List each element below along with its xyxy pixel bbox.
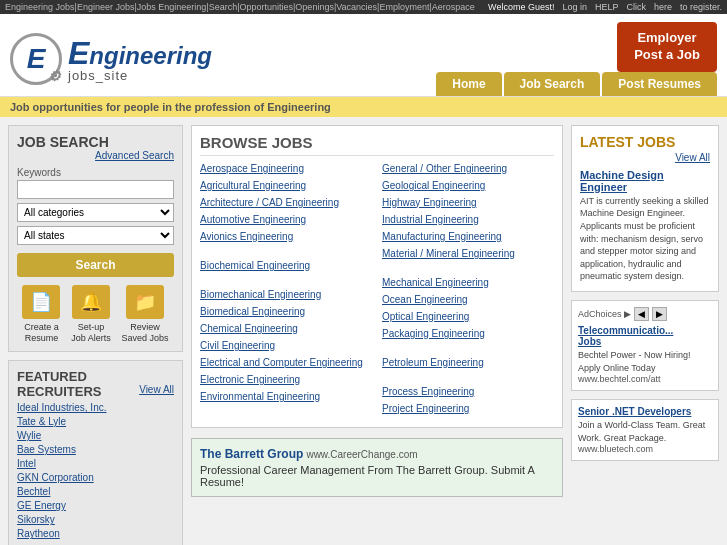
browse-link[interactable]: Biomedical Engineering (200, 305, 372, 319)
browse-link[interactable]: Aerospace Engineering (200, 162, 372, 176)
browse-link[interactable]: General / Other Engineering (382, 162, 554, 176)
review-saved-icon: 📁 (126, 285, 164, 319)
recruiter-item[interactable]: GKN Corporation (17, 472, 174, 483)
logo-name: Engineering (68, 35, 212, 72)
featured-title: FEATURED RECRUITERS (17, 369, 102, 399)
browse-cols: Aerospace Engineering Agricultural Engin… (200, 162, 554, 419)
barrett-desc: Professional Career Management From The … (200, 464, 554, 488)
ad-next-button[interactable]: ▶ (652, 307, 667, 321)
job-title-link[interactable]: Machine Design Engineer (580, 169, 710, 193)
create-resume-label: Create aResume (24, 322, 59, 344)
browse-link[interactable]: Civil Engineering (200, 339, 372, 353)
ad-url-2: www.bluetech.com (578, 444, 712, 454)
state-select[interactable]: All states (17, 226, 174, 245)
ad-prev-button[interactable]: ◀ (634, 307, 649, 321)
browse-link[interactable]: Electrical and Computer Engineering (200, 356, 372, 370)
category-select[interactable]: All categories (17, 203, 174, 222)
review-saved-icon-item[interactable]: 📁 ReviewSaved Jobs (122, 285, 169, 344)
browse-link[interactable]: Material / Mineral Engineering (382, 247, 554, 261)
browse-link[interactable]: Industrial Engineering (382, 213, 554, 227)
browse-link[interactable]: Environmental Engineering (200, 390, 372, 404)
header: E ⚙ Engineering jobs_site Employer Post … (0, 14, 727, 96)
recruiter-item[interactable]: Intel (17, 458, 174, 469)
recruiter-item[interactable]: Bae Systems (17, 444, 174, 455)
nav-job-search[interactable]: Job Search (504, 72, 601, 96)
setup-alerts-icon-item[interactable]: 🔔 Set-upJob Alerts (71, 285, 111, 344)
browse-link[interactable]: Geological Engineering (382, 179, 554, 193)
ad-company-1[interactable]: Telecommunicatio...Jobs (578, 325, 712, 347)
latest-jobs-title: LATEST JOBS (580, 134, 675, 150)
logo-text-area: Engineering jobs_site (68, 35, 212, 83)
nav-post-resumes[interactable]: Post Resumes (602, 72, 717, 96)
browse-link[interactable]: Highway Engineering (382, 196, 554, 210)
browse-link[interactable]: Manufacturing Engineering (382, 230, 554, 244)
browse-link[interactable]: Avionics Engineering (200, 230, 372, 244)
ad-company-2[interactable]: Senior .NET Developers (578, 406, 712, 417)
keywords-input[interactable] (17, 180, 174, 199)
ad-desc-2: Join a World-Class Team. Great Work. Gre… (578, 419, 712, 444)
job-description: AIT is currently seeking a skilled Machi… (580, 195, 710, 283)
logo-area: E ⚙ Engineering jobs_site (10, 33, 212, 85)
job-search-title: JOB SEARCH (17, 134, 109, 150)
browse-link[interactable]: Automotive Engineering (200, 213, 372, 227)
left-panel: JOB SEARCH Advanced Search Keywords All … (8, 125, 183, 545)
nav-home[interactable]: Home (436, 72, 501, 96)
recruiter-item[interactable]: GE Energy (17, 500, 174, 511)
browse-link[interactable]: Biomechanical Engineering (200, 288, 372, 302)
browse-link[interactable]: Packaging Engineering (382, 327, 554, 341)
ad-box-2: Senior .NET Developers Join a World-Clas… (571, 399, 719, 461)
browse-link[interactable]: Mechanical Engineering (382, 276, 554, 290)
main-content: JOB SEARCH Advanced Search Keywords All … (0, 117, 727, 545)
top-bar-right: Welcome Guest! Log in HELP Click here to… (488, 2, 722, 12)
browse-col-2: General / Other Engineering Geological E… (382, 162, 554, 419)
search-button[interactable]: Search (17, 253, 174, 277)
browse-link[interactable]: Electronic Engineering (200, 373, 372, 387)
recruiter-item[interactable]: Sikorsky (17, 514, 174, 525)
nav-tabs: Home Job Search Post Resumes (436, 72, 717, 96)
latest-jobs-box: LATEST JOBS View All Machine Design Engi… (571, 125, 719, 292)
setup-alerts-icon: 🔔 (72, 285, 110, 319)
click-link[interactable]: Click (626, 2, 646, 12)
create-resume-icon-item[interactable]: 📄 Create aResume (22, 285, 60, 344)
middle-panel: BROWSE JOBS Aerospace Engineering Agricu… (191, 125, 563, 545)
employer-post-job-button[interactable]: Employer Post a Job (617, 22, 717, 72)
recruiter-item[interactable]: Bechtel (17, 486, 174, 497)
featured-view-all-link[interactable]: View All (139, 384, 174, 395)
welcome-text: Welcome Guest! (488, 2, 554, 12)
setup-alerts-label: Set-upJob Alerts (71, 322, 111, 344)
recruiter-item[interactable]: Ideal Industries, Inc. (17, 402, 174, 413)
browse-link[interactable]: Petroleum Engineering (382, 356, 554, 370)
job-listing: Machine Design Engineer AIT is currently… (580, 169, 710, 283)
recruiter-item[interactable]: Wylie (17, 430, 174, 441)
recruiter-item[interactable]: Raytheon (17, 528, 174, 539)
nav-bar: Home Job Search Post Resumes (436, 72, 717, 96)
register-text: to register. (680, 2, 722, 12)
browse-jobs-box: BROWSE JOBS Aerospace Engineering Agricu… (191, 125, 563, 428)
advanced-search-link[interactable]: Advanced Search (95, 150, 174, 161)
featured-recruiters-box: FEATURED RECRUITERS View All Ideal Indus… (8, 360, 183, 545)
browse-link[interactable]: Project Engineering (382, 402, 554, 416)
latest-view-all-link[interactable]: View All (675, 152, 710, 163)
recruiter-item[interactable]: Tate & Lyle (17, 416, 174, 427)
browse-link[interactable]: Process Engineering (382, 385, 554, 399)
barrett-title[interactable]: The Barrett Group (200, 447, 303, 461)
logo-circle: E ⚙ (10, 33, 62, 85)
recruiters-list: Ideal Industries, Inc. Tate & Lyle Wylie… (17, 402, 174, 539)
login-link[interactable]: Log in (562, 2, 587, 12)
here-link[interactable]: here (654, 2, 672, 12)
ad-choices-label: AdChoices ▶ (578, 309, 631, 319)
gear-icon: ⚙ (48, 68, 61, 84)
logo-letter: E (27, 43, 46, 75)
help-text: HELP (595, 2, 619, 12)
top-bar: Engineering Jobs|Engineer Jobs|Jobs Engi… (0, 0, 727, 14)
browse-link[interactable]: Optical Engineering (382, 310, 554, 324)
keywords-label: Keywords (17, 167, 174, 178)
browse-link[interactable]: Ocean Engineering (382, 293, 554, 307)
seo-links: Engineering Jobs|Engineer Jobs|Jobs Engi… (5, 2, 475, 12)
browse-link[interactable]: Chemical Engineering (200, 322, 372, 336)
browse-link[interactable]: Biochemical Engineering (200, 259, 372, 273)
ad-url-1: www.bechtel.com/att (578, 374, 712, 384)
browse-jobs-title: BROWSE JOBS (200, 134, 554, 156)
browse-link[interactable]: Agricultural Engineering (200, 179, 372, 193)
browse-link[interactable]: Architecture / CAD Engineering (200, 196, 372, 210)
